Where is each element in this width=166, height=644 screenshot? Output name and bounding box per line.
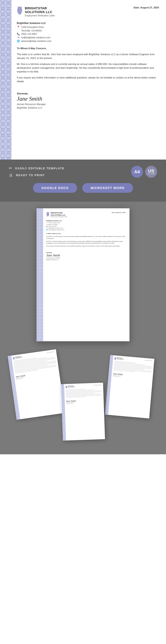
sd-header-3: BRIGHTSTARSOLUTIONS LLC Date: August 27,… (65, 384, 101, 388)
letter-header: BRIGHTSTAR SOLUTIONS LLC Employment Veri… (17, 6, 159, 17)
letter-body: To Whom It May Concern, This letter is t… (17, 46, 159, 83)
company-name: BRIGHTSTAR SOLUTIONS LLC (25, 6, 55, 14)
print-icon: 🖨 (9, 173, 13, 178)
print-label: READY TO PRINT (16, 174, 45, 177)
mini-sig-name: Jane Smith (46, 254, 126, 257)
mini-letter-card: BRIGHTSTARSOLUTIONS LLC Employment Verif… (36, 208, 130, 341)
mini-addr-city: Techville, CA 94016 (46, 224, 126, 225)
mini-addr-phone: 📞 (555) 123-4567 (46, 226, 126, 227)
sd-logo-3: BRIGHTSTARSOLUTIONS LLC (65, 386, 75, 388)
format-buttons-row: GOOGLE DOCS MICROSOFT WORD (9, 183, 157, 193)
mini-logo-icon (46, 212, 49, 216)
sd-logo-icon-3 (65, 386, 67, 388)
mini-addr-email: ✉ hr@brightstar-solutions.com (46, 227, 126, 229)
sd-body-1: BRIGHTSTARSOLUTIONS LLC Date: August 27,… (11, 349, 65, 419)
info-labels-col: ✏ EASILY EDITABLE TEMPLATE 🖨 READY TO PR… (9, 166, 64, 178)
mini-letter-header: BRIGHTSTARSOLUTIONS LLC Employment Verif… (46, 212, 126, 218)
mini-company-name: BRIGHTSTARSOLUTIONS LLC (51, 212, 67, 216)
us-badge-sub: LETTER (148, 173, 155, 175)
us-badge: US LETTER (145, 166, 157, 178)
mini-company-text: BRIGHTSTARSOLUTIONS LLC Employment Verif… (51, 212, 67, 218)
sd-line (66, 397, 86, 398)
sd-logo-text-2: BRIGHTSTARSOLUTIONS LLC (117, 357, 124, 360)
body-para-3: If you require any further information o… (17, 76, 159, 83)
sd-header-2: BRIGHTSTARSOLUTIONS LLC Date: August 27,… (114, 357, 152, 363)
mini-location-icon: 📍 (46, 222, 48, 224)
mini-address-block: BrightStar Solutions LLC 📍 1234 Innovati… (46, 220, 126, 230)
sd-date-3: Date: August 27, 2024 (94, 384, 101, 388)
signature-name: Jane Smith (17, 96, 159, 102)
signature-title: Human Resources Manager BrightStar Solut… (17, 102, 159, 110)
mini-body: To Whom It May Concern, This letter is t… (46, 233, 126, 247)
address-street-line: 📍 1234 Innovation Drive (17, 26, 159, 28)
location-icon: 📍 (17, 26, 20, 28)
sd-body-2: BRIGHTSTARSOLUTIONS LLC Date: August 27,… (108, 355, 155, 418)
mini-sincerely: Sincerely, (46, 252, 126, 253)
salutation: To Whom It May Concern, (17, 46, 159, 50)
scattered-doc-1: BRIGHTSTARSOLUTIONS LLC Date: August 27,… (8, 349, 65, 420)
sd-line (65, 389, 85, 390)
mini-logo-area: BRIGHTSTARSOLUTIONS LLC Employment Verif… (46, 212, 67, 218)
mini-decorative-strip (36, 208, 43, 341)
body-para-2: Mr. Doe is a full-time employee and is c… (17, 62, 159, 74)
signature-block: Sincerely, Jane Smith Human Resources Ma… (17, 92, 159, 110)
mini-sig-title: Human Resources Manager BrightStar Solut… (46, 257, 126, 260)
google-docs-button[interactable]: GOOGLE DOCS (33, 183, 77, 193)
mini-date: Date: August 27, 2024 (112, 212, 126, 213)
scattered-doc-3: BRIGHTSTARSOLUTIONS LLC Date: August 27,… (61, 383, 105, 440)
letter-content: BRIGHTSTAR SOLUTIONS LLC Employment Veri… (11, 0, 166, 160)
mini-letter-content: BRIGHTSTARSOLUTIONS LLC Employment Verif… (43, 208, 130, 341)
sd-logo-1: BRIGHTSTARSOLUTIONS LLC (13, 356, 22, 360)
mini-email-icon: ✉ (46, 227, 47, 229)
scattered-docs: BRIGHTSTARSOLUTIONS LLC Date: August 27,… (5, 348, 161, 454)
mini-addr-company: BrightStar Solutions LLC (46, 220, 126, 222)
sd-logo-text-1: BRIGHTSTARSOLUTIONS LLC (15, 356, 22, 359)
sd-date-1: Date: August 27, 2024 (47, 351, 55, 355)
a4-badge-text: A4 (134, 170, 140, 174)
logo-area: BRIGHTSTAR SOLUTIONS LLC Employment Veri… (17, 6, 55, 17)
letter-date: Date: August 27, 2024 (134, 6, 159, 9)
edit-icon: ✏ (9, 166, 12, 171)
sd-logo-icon-2 (114, 357, 116, 360)
us-badge-text: US (148, 169, 154, 173)
address-phone-line: 📞 (555) 123-4567 (17, 32, 159, 36)
sd-body-3: BRIGHTSTARSOLUTIONS LLC Date: August 27,… (64, 383, 105, 440)
editable-row: ✏ EASILY EDITABLE TEMPLATE (9, 166, 64, 171)
mini-phone-icon: 📞 (46, 226, 48, 227)
mini-salutation: To Whom It May Concern, (46, 233, 126, 234)
address-company: BrightStar Solutions LLC (17, 22, 159, 24)
scattered-doc-2: BRIGHTSTARSOLUTIONS LLC Date: August 27,… (105, 355, 155, 418)
mini-addr-street: 📍 1234 Innovation Drive (46, 222, 126, 224)
company-info: BRIGHTSTAR SOLUTIONS LLC Employment Veri… (25, 6, 55, 17)
mini-para-1: This letter is to confirm that Mr. John … (46, 236, 126, 239)
address-city-line: Techville, CA 94016 (17, 29, 159, 32)
sincerely-label: Sincerely, (17, 92, 159, 95)
email-icon: ✉ (17, 36, 20, 39)
address-website-line: 🌐 www.brightstar-solutions.com (17, 40, 159, 42)
preview-section: BRIGHTSTARSOLUTIONS LLC Employment Verif… (0, 202, 166, 454)
address-email-line: ✉ hr@brightstar-solutions.com (17, 36, 159, 39)
editable-label: EASILY EDITABLE TEMPLATE (15, 167, 64, 170)
format-badges: A4 US LETTER (131, 166, 157, 178)
print-row: 🖨 READY TO PRINT (9, 173, 64, 178)
web-icon: 🌐 (17, 40, 20, 42)
mini-web-icon: 🌐 (46, 229, 48, 230)
sd-logo-text-3: BRIGHTSTARSOLUTIONS LLC (68, 386, 75, 388)
mini-addr-web: 🌐 www.brightstar-solutions.com (46, 229, 126, 230)
company-subtitle: Employment Verification Letter (25, 14, 55, 17)
phone-icon: 📞 (17, 32, 20, 36)
logo-icon (17, 7, 22, 15)
a4-badge: A4 (131, 166, 143, 178)
info-section: ✏ EASILY EDITABLE TEMPLATE 🖨 READY TO PR… (0, 160, 166, 202)
info-top-row: ✏ EASILY EDITABLE TEMPLATE 🖨 READY TO PR… (9, 166, 157, 178)
microsoft-word-button[interactable]: MICROSOFT WORD (82, 183, 133, 193)
mini-para-2: Mr. Doe is a full-time employee and is c… (46, 240, 126, 244)
mini-company-sub: Employment Verification Letter (51, 216, 67, 218)
letter-preview-section: BRIGHTSTAR SOLUTIONS LLC Employment Veri… (0, 0, 166, 160)
sd-logo-2: BRIGHTSTARSOLUTIONS LLC (114, 357, 124, 361)
sd-logo-icon-1 (13, 357, 15, 360)
body-para-1: This letter is to confirm that Mr. John … (17, 52, 159, 60)
mini-sig-block: Sincerely, Jane Smith Human Resources Ma… (46, 252, 126, 260)
mini-para-3: If you require any further information o… (46, 245, 126, 247)
decorative-strip (0, 0, 11, 160)
